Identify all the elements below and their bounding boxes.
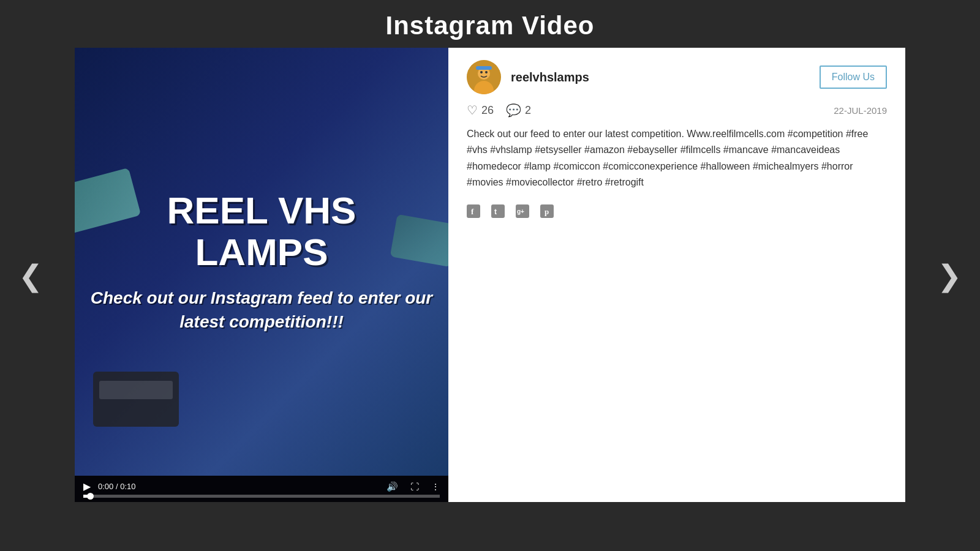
- svg-text:t: t: [494, 208, 497, 216]
- volume-button[interactable]: 🔊: [386, 481, 398, 492]
- time-display: 0:00 / 0:10: [98, 482, 135, 491]
- facebook-icon[interactable]: f: [467, 204, 480, 221]
- progress-dot: [87, 493, 94, 500]
- svg-point-3: [480, 71, 483, 73]
- video-controls: ▶ 0:00 / 0:10 🔊 ⛶ ⋮: [75, 476, 448, 502]
- twitter-icon[interactable]: t: [491, 204, 505, 221]
- prev-arrow[interactable]: ❮: [12, 252, 49, 299]
- video-title: REEL VHS LAMPS: [87, 190, 436, 273]
- pinterest-icon[interactable]: p: [540, 204, 554, 221]
- social-icons: f t g+: [467, 204, 887, 221]
- video-subtitle: Check out our Instagram feed to enter ou…: [87, 286, 436, 334]
- svg-point-4: [485, 71, 488, 73]
- tape-bottom: [93, 372, 179, 427]
- next-arrow[interactable]: ❯: [931, 252, 968, 299]
- svg-text:g+: g+: [517, 208, 524, 215]
- video-content: REEL VHS LAMPS Check out our Instagram f…: [75, 48, 448, 476]
- svg-rect-8: [491, 204, 505, 218]
- avatar: [467, 60, 501, 94]
- progress-bar[interactable]: [83, 495, 440, 498]
- card: REEL VHS LAMPS Check out our Instagram f…: [75, 48, 905, 502]
- avatar-image: [467, 60, 501, 94]
- progress-fill: [83, 495, 91, 498]
- svg-text:p: p: [545, 207, 549, 216]
- heart-icon: ♡: [467, 103, 478, 118]
- svg-text:f: f: [471, 207, 474, 216]
- stats-row: ♡ 26 💬 2 22-JUL-2019: [467, 103, 887, 118]
- svg-rect-5: [476, 66, 492, 70]
- google-plus-icon[interactable]: g+: [516, 204, 529, 221]
- follow-button[interactable]: Follow Us: [820, 66, 887, 89]
- info-panel: reelvhslamps Follow Us ♡ 26 💬 2 22-JUL-2…: [448, 48, 905, 502]
- page-title: Instagram Video: [0, 0, 980, 53]
- post-date: 22-JUL-2019: [834, 105, 887, 116]
- profile-row: reelvhslamps Follow Us: [467, 60, 887, 94]
- more-options-button[interactable]: ⋮: [431, 482, 440, 492]
- video-overlay: REEL VHS LAMPS Check out our Instagram f…: [75, 178, 448, 346]
- post-caption: Check out our feed to enter our latest c…: [467, 126, 887, 191]
- likes-stat: ♡ 26: [467, 103, 494, 118]
- fullscreen-button[interactable]: ⛶: [410, 482, 419, 492]
- video-panel: REEL VHS LAMPS Check out our Instagram f…: [75, 48, 448, 502]
- play-button[interactable]: ▶: [83, 481, 91, 492]
- username: reelvhslamps: [511, 70, 810, 84]
- comments-count: 2: [525, 104, 531, 117]
- likes-count: 26: [481, 104, 494, 117]
- comments-stat: 💬 2: [506, 103, 531, 118]
- comment-icon: 💬: [506, 103, 521, 118]
